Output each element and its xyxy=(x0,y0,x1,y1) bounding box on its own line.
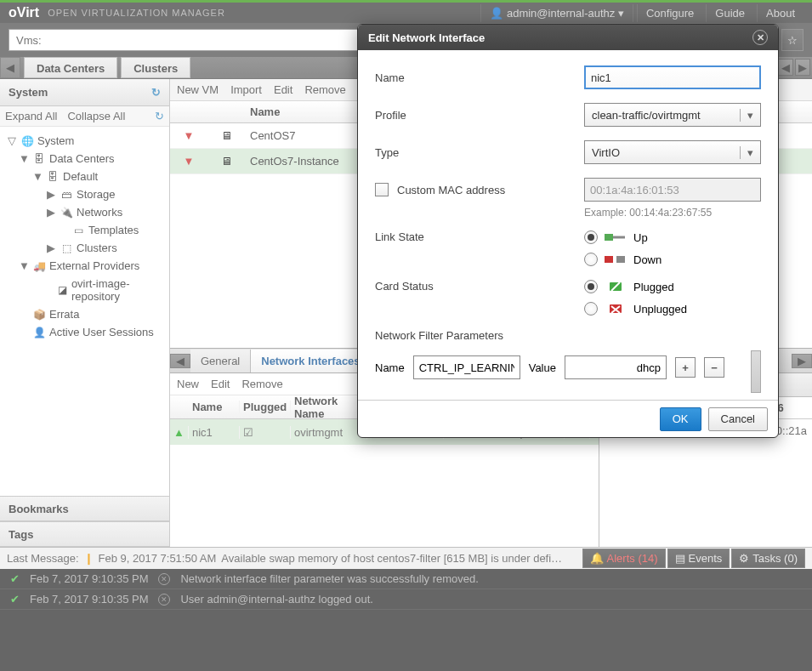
link-up-radio[interactable] xyxy=(584,230,598,244)
unplugged-icon xyxy=(605,303,627,315)
type-select[interactable]: VirtIO▾ xyxy=(584,140,761,164)
scrollbar[interactable] xyxy=(751,350,761,393)
svg-rect-0 xyxy=(605,234,613,241)
edit-nic-dialog: Edit Network Interface ✕ Name Profile cl… xyxy=(357,24,779,438)
remove-filter-button[interactable]: − xyxy=(704,357,724,378)
name-label: Name xyxy=(375,71,584,84)
card-status-label: Card Status xyxy=(375,280,584,293)
profile-label: Profile xyxy=(375,109,584,122)
type-label: Type xyxy=(375,146,584,159)
svg-rect-2 xyxy=(616,256,625,263)
unplugged-radio[interactable] xyxy=(584,302,598,316)
name-input[interactable] xyxy=(584,65,761,89)
filter-section-label: Network Filter Parameters xyxy=(375,329,761,342)
add-filter-button[interactable]: + xyxy=(675,357,696,378)
chevron-down-icon: ▾ xyxy=(740,109,753,122)
ok-button[interactable]: OK xyxy=(660,407,701,431)
link-state-label: Link State xyxy=(375,230,584,243)
dialog-title: Edit Network Interface xyxy=(368,31,485,44)
close-icon[interactable]: ✕ xyxy=(752,30,768,45)
mac-input xyxy=(584,178,761,202)
custom-mac-label: Custom MAC address xyxy=(397,184,505,196)
filter-value-input[interactable] xyxy=(565,355,667,379)
nic-up-icon xyxy=(605,231,627,243)
svg-rect-1 xyxy=(605,256,613,263)
mac-example: Example: 00:14:4a:23:67:55 xyxy=(584,207,761,219)
plugged-radio[interactable] xyxy=(584,280,598,293)
plugged-icon xyxy=(605,281,627,293)
nic-down-icon xyxy=(605,253,627,265)
filter-name-input[interactable] xyxy=(413,355,520,379)
filter-value-label: Value xyxy=(529,361,556,374)
filter-name-label: Name xyxy=(375,361,405,374)
link-down-radio[interactable] xyxy=(584,253,598,266)
cancel-button[interactable]: Cancel xyxy=(708,407,768,431)
custom-mac-checkbox[interactable] xyxy=(375,183,389,196)
profile-select[interactable]: clean-traffic/ovirtmgmt▾ xyxy=(584,103,761,127)
chevron-down-icon: ▾ xyxy=(740,146,753,159)
